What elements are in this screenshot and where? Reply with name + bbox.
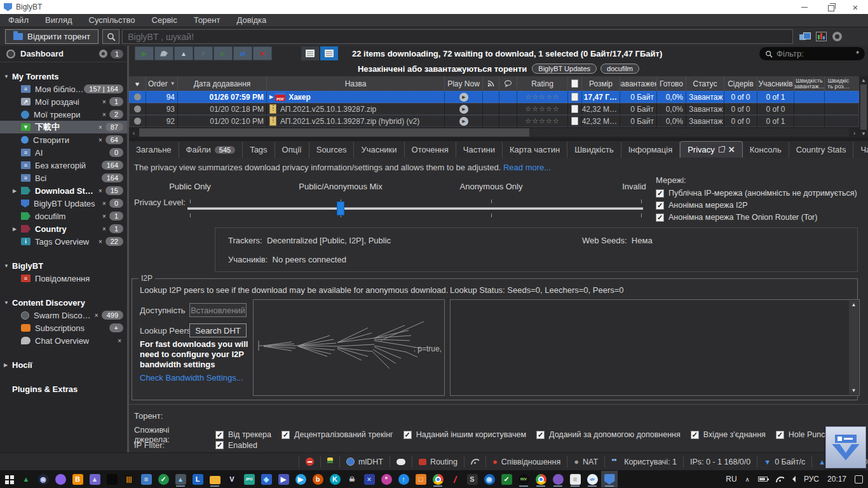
language-indicator[interactable]: RU [726, 475, 736, 484]
menu-item[interactable]: Торент [186, 14, 229, 27]
close-icon[interactable]: × [97, 137, 104, 144]
minimize-button[interactable] [792, 0, 817, 14]
popout-icon[interactable] [719, 147, 724, 152]
ipfilter-checkbox[interactable]: ✓ Enabled [215, 441, 257, 450]
close-icon[interactable]: × [100, 226, 108, 233]
taskbar-icon[interactable] [1, 471, 17, 487]
detail-tab[interactable]: Інформація ✕ [621, 142, 681, 158]
close-icon[interactable]: × [100, 213, 108, 220]
taskbar-icon[interactable]: qb [584, 471, 600, 487]
play-now-button[interactable]: ▶ [459, 117, 468, 126]
expander-icon[interactable]: ▶ [13, 226, 21, 232]
detail-tab[interactable]: Загальне ✕ [129, 142, 179, 158]
status-item[interactable]: NAT [567, 456, 604, 468]
checkbox-box[interactable]: ✓ [691, 431, 699, 439]
checkbox-box[interactable]: ✓ [656, 214, 664, 222]
taskbar-icon[interactable]: ▴ [172, 471, 189, 487]
status-item[interactable]: 0 Байт/с [757, 456, 811, 468]
status-item[interactable]: Routing [412, 456, 464, 468]
taskbar-icon[interactable]: V [224, 471, 240, 487]
sidebar-item[interactable]: ≡ Всі 164 [0, 172, 127, 184]
sidebar-item[interactable]: ▶ Download State × 15 [0, 184, 127, 197]
taskbar-icon[interactable]: ◉ [481, 471, 498, 487]
sidebar-item-dashboard[interactable]: Dashboard 1 [0, 46, 127, 62]
detail-tab[interactable]: Файли 545 ✕ [179, 142, 243, 158]
hidden-icons-chevron[interactable]: ∧ [745, 476, 750, 483]
expander-icon[interactable]: ▶ [13, 188, 21, 194]
sidebar-item[interactable]: ≡ Повідомлення [0, 272, 127, 285]
horizontal-scrollbar[interactable]: ‹ › [129, 127, 859, 138]
list-view-button[interactable] [320, 46, 338, 60]
column-date[interactable]: Дата додавання [177, 76, 266, 91]
column-size[interactable]: Розмір [581, 76, 620, 91]
detail-tab[interactable]: Sources ✕ [309, 142, 355, 158]
taskbar-icon[interactable]: ↑ [395, 471, 412, 487]
vertical-scrollbar[interactable]: ▲ ▼ [859, 76, 868, 138]
taskbar-icon[interactable] [550, 471, 566, 487]
close-button[interactable]: × [843, 0, 868, 14]
taskbar-icon[interactable]: × [361, 471, 377, 487]
privacy-slider-track[interactable] [187, 207, 643, 210]
sidebar-item[interactable]: i Tags Overview × 22 [0, 235, 127, 248]
taskbar-icon[interactable]: ≡ [567, 471, 583, 487]
source-checkbox[interactable]: ✓ Децентралізований трекінг [281, 430, 393, 439]
scroll-right-icon[interactable]: › [850, 129, 859, 137]
search-dht-button[interactable]: Search DHT [189, 323, 247, 337]
wifi-icon[interactable] [776, 477, 784, 482]
sidebar-item[interactable]: ≡ Без категорій 164 [0, 159, 127, 172]
source-checkbox[interactable]: ✓ Вхідне з'єднання [691, 430, 766, 439]
status-item[interactable]: Співвідношення [485, 456, 567, 468]
checkbox-box[interactable]: ✓ [403, 431, 412, 439]
tag-chip[interactable]: BiglyBT Updates [532, 64, 597, 74]
table-row[interactable]: 94 01/26 07:59 PM ▶PDFХакер ▶ ☆☆☆☆☆ 17,4… [129, 91, 859, 103]
sidebar-item[interactable]: ≡ AI 0 [0, 146, 127, 159]
battery-icon[interactable] [758, 477, 768, 482]
privacy-slider-thumb[interactable] [337, 201, 344, 215]
status-item[interactable]: IPs: 0 - 1 168/0/0 [683, 456, 757, 468]
table-row[interactable]: 92 01/20 02:10 PM АП.2021.v25.10.1.39287… [129, 115, 859, 127]
i2p-lookup-results[interactable]: ▲ ▼ [450, 299, 860, 396]
checkbox-box[interactable]: ✓ [281, 431, 290, 439]
close-icon[interactable]: × [97, 187, 104, 194]
taskbar-icon[interactable]: * [378, 471, 395, 487]
checkbox-box[interactable]: ✓ [536, 431, 545, 439]
filter-input[interactable] [776, 49, 840, 58]
detail-tab[interactable]: Privacy ✕ [680, 141, 743, 158]
split-view-button[interactable] [301, 46, 319, 60]
column-rating[interactable]: Rating [517, 76, 567, 91]
taskbar-icon[interactable]: ☠ [344, 471, 360, 487]
column-peers[interactable]: Учасників [757, 76, 794, 91]
column-seeds[interactable]: Сідерів [724, 76, 757, 91]
play-now-button[interactable]: ▶ [459, 93, 468, 102]
scroll-up-icon[interactable]: ▲ [851, 302, 857, 308]
stop-torrent-button[interactable] [154, 46, 173, 60]
column-rss[interactable] [482, 76, 499, 91]
column-health[interactable]: ♥ [129, 76, 146, 91]
column-file[interactable] [567, 76, 581, 91]
sidebar-item[interactable]: Subscriptions + [0, 322, 127, 334]
filter-box[interactable]: * [759, 47, 865, 60]
dashboard-gear-icon[interactable] [99, 50, 107, 58]
checkbox-box[interactable]: ✓ [215, 441, 224, 449]
detail-tab[interactable]: Tags ✕ [243, 142, 275, 158]
source-checkbox[interactable]: ✓ Від трекера [215, 430, 271, 439]
expander-icon[interactable]: ▼ [4, 74, 12, 79]
detail-tab[interactable]: Частини ✕ [456, 142, 503, 158]
close-icon[interactable]: × [100, 98, 108, 105]
sidebar-item[interactable]: ▶ Country × 1 [0, 222, 127, 235]
scroll-track[interactable] [139, 128, 849, 137]
menu-item[interactable]: Сервіс [144, 14, 186, 27]
sidebar-item[interactable]: docufilm × 1 [0, 210, 127, 222]
detail-tab[interactable]: Консоль ✕ [743, 142, 789, 158]
close-icon[interactable]: × [97, 238, 104, 245]
move-up-button[interactable]: ▲ [174, 46, 193, 60]
taskbar-icon[interactable]: ▲ [86, 471, 103, 487]
network-checkbox[interactable]: ✓ Анонімна мережа I2P [656, 201, 857, 210]
results-scrollbar[interactable]: ▲ ▼ [849, 301, 858, 395]
status-item[interactable]: mlDHT [339, 456, 390, 468]
restore-button[interactable] [817, 0, 843, 14]
taskbar-icon[interactable]: ▶ [275, 471, 292, 487]
sidebar-item[interactable]: Plugins & Extras [0, 383, 127, 395]
detail-tab[interactable]: Чат ✕ [853, 142, 868, 158]
volume-icon[interactable] [792, 476, 796, 482]
